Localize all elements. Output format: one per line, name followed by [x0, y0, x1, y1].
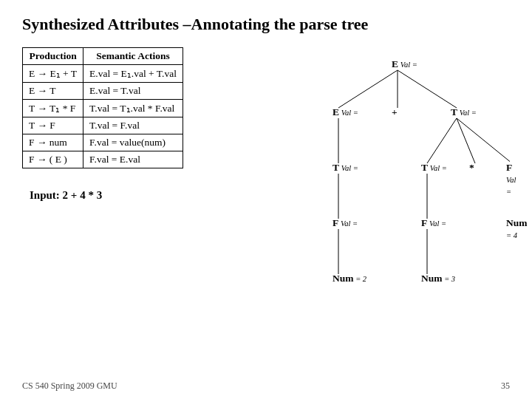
footer-course: CS 540 Spring 2009 GMU: [22, 381, 117, 392]
action-cell: F.val = value(num): [83, 134, 183, 151]
action-cell: E.val = T.val: [83, 83, 183, 100]
tree-node-T1: T Val =: [332, 162, 358, 174]
tree-node-E_root: E Val =: [392, 58, 417, 70]
node-annot: Val =: [457, 109, 477, 117]
table-row: E → E₁ + TE.val = E₁.val + T.val: [23, 65, 183, 83]
content-area: Production Semantic Actions E → E₁ + TE.…: [22, 47, 510, 358]
svg-line-0: [338, 70, 398, 108]
action-cell: E.val = E₁.val + T.val: [83, 65, 183, 83]
tree-node-F2: F Val =: [332, 217, 358, 229]
tree-node-F3: F Val =: [421, 217, 446, 229]
tree-node-Num2: Num = 2: [332, 273, 366, 284]
tree-node-E1: E Val =: [332, 106, 358, 118]
page-title: Synthesized Attributes –Annotating the p…: [22, 15, 510, 34]
production-cell: F → num: [23, 134, 83, 151]
table-row: T → FT.val = F.val: [23, 117, 183, 134]
tree-svg: [244, 47, 510, 358]
svg-line-5: [457, 118, 510, 163]
node-label: T: [451, 106, 457, 118]
node-label: E: [332, 106, 339, 118]
node-label: Num: [332, 273, 354, 284]
node-label: F: [332, 217, 338, 229]
col-production: Production: [23, 48, 83, 65]
tree-node-T2: T Val =: [421, 162, 447, 174]
action-cell: T.val = T₁.val * F.val: [83, 100, 183, 117]
production-cell: E → E₁ + T: [23, 65, 83, 83]
node-label: *: [469, 162, 474, 174]
production-cell: T → T₁ * F: [23, 100, 83, 117]
production-cell: T → F: [23, 117, 83, 134]
action-cell: T.val = F.val: [83, 117, 183, 134]
tree-node-Num3: Num = 3: [421, 273, 455, 284]
tree-node-star: *: [469, 162, 474, 174]
col-semantic: Semantic Actions: [83, 48, 183, 65]
node-label: E: [392, 58, 398, 70]
node-annot: Val =: [427, 219, 446, 228]
table-row: T → T₁ * FT.val = T₁.val * F.val: [23, 100, 183, 117]
node-annot: Val =: [428, 164, 447, 172]
table-row: F → ( E )F.val = E.val: [23, 151, 183, 168]
table-section: Production Semantic Actions E → E₁ + TE.…: [22, 47, 236, 202]
node-label: +: [392, 106, 398, 118]
footer: CS 540 Spring 2009 GMU 35: [0, 381, 532, 392]
table-row: F → numF.val = value(num): [23, 134, 183, 151]
node-annot: Val =: [506, 176, 516, 196]
action-cell: F.val = E.val: [83, 151, 183, 168]
node-label: T: [332, 162, 339, 174]
node-annot: Val =: [398, 61, 417, 69]
tree-node-F1: F Val =: [506, 162, 516, 197]
production-cell: E → T: [23, 83, 83, 100]
tree-node-Num4: Num = 4: [506, 217, 528, 241]
node-annot: Val =: [339, 164, 358, 172]
node-annot: = 2: [354, 275, 367, 283]
production-cell: F → ( E ): [23, 151, 83, 168]
node-label: Num: [506, 217, 528, 229]
node-annot: Val =: [338, 219, 358, 228]
tree-section: E Val =E Val =+T Val =T Val =T Val =*F V…: [244, 47, 510, 358]
node-annot: = 4: [506, 231, 517, 239]
svg-line-2: [398, 70, 457, 108]
node-annot: = 3: [443, 275, 456, 283]
node-label: T: [421, 162, 428, 174]
svg-line-3: [427, 118, 457, 163]
node-label: Num: [421, 273, 443, 284]
tree-node-T_top: T Val =: [451, 106, 477, 118]
node-annot: Val =: [339, 109, 358, 117]
table-row: E → TE.val = T.val: [23, 83, 183, 100]
productions-table: Production Semantic Actions E → E₁ + TE.…: [22, 47, 183, 168]
input-line: Input: 2 + 4 * 3: [22, 189, 236, 202]
node-label: F: [421, 217, 427, 229]
svg-line-4: [457, 118, 475, 163]
footer-page: 35: [501, 381, 510, 392]
page: Synthesized Attributes –Annotating the p…: [0, 0, 532, 399]
node-label: F: [506, 162, 512, 174]
tree-node-plus: +: [392, 106, 398, 118]
